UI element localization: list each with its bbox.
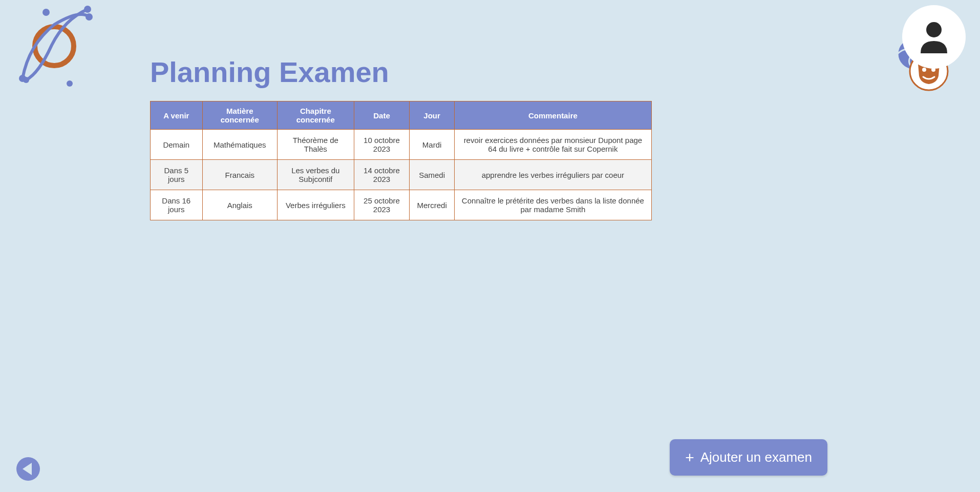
orbit-logo-icon xyxy=(13,4,95,89)
add-exam-button[interactable]: + Ajouter un examen xyxy=(670,439,827,476)
avatar[interactable] xyxy=(902,5,966,69)
cell-comment: revoir exercices données par monsieur Du… xyxy=(454,130,651,160)
back-button[interactable] xyxy=(15,456,41,482)
svg-point-0 xyxy=(35,27,74,66)
cell-chapter: Verbes irréguliers xyxy=(278,190,354,220)
header-date: Date xyxy=(354,101,410,130)
cell-day: Samedi xyxy=(410,160,454,190)
svg-point-10 xyxy=(922,68,926,72)
header-upcoming: A venir xyxy=(151,101,203,130)
svg-point-6 xyxy=(67,80,73,87)
cell-subject: Mathématiques xyxy=(202,130,277,160)
header-comment: Commentaire xyxy=(454,101,651,130)
cell-upcoming: Dans 5 jours xyxy=(151,160,203,190)
cell-subject: Anglais xyxy=(202,190,277,220)
page-title: Planning Examen xyxy=(150,55,389,89)
table-row: Demain Mathématiques Théorème de Thalès … xyxy=(151,130,652,160)
header-subject: Matière concernée xyxy=(202,101,277,130)
svg-point-7 xyxy=(926,22,942,37)
svg-point-3 xyxy=(84,6,91,13)
cell-date: 10 octobre 2023 xyxy=(354,130,410,160)
cell-chapter: Les verbes du Subjcontif xyxy=(278,160,354,190)
svg-point-2 xyxy=(86,13,93,20)
svg-point-4 xyxy=(23,77,29,83)
exam-table: A venir Matière concernée Chapitre conce… xyxy=(150,101,652,220)
cell-date: 14 octobre 2023 xyxy=(354,160,410,190)
cell-day: Mardi xyxy=(410,130,454,160)
profile-section xyxy=(902,5,966,69)
cell-upcoming: Dans 16 jours xyxy=(151,190,203,220)
header-chapter: Chapitre concernée xyxy=(278,101,354,130)
table-row: Dans 5 jours Francais Les verbes du Subj… xyxy=(151,160,652,190)
cell-upcoming: Demain xyxy=(151,130,203,160)
cell-date: 25 octobre 2023 xyxy=(354,190,410,220)
cell-day: Mercredi xyxy=(410,190,454,220)
table-row: Dans 16 jours Anglais Verbes irréguliers… xyxy=(151,190,652,220)
cell-comment: apprendre les verbes irréguliers par coe… xyxy=(454,160,651,190)
header-day: Jour xyxy=(410,101,454,130)
table-header-row: A venir Matière concernée Chapitre conce… xyxy=(151,101,652,130)
svg-point-5 xyxy=(42,9,50,16)
add-exam-label: Ajouter un examen xyxy=(700,449,812,465)
cell-subject: Francais xyxy=(202,160,277,190)
cell-chapter: Théorème de Thalès xyxy=(278,130,354,160)
back-arrow-icon xyxy=(15,456,41,482)
user-icon xyxy=(915,18,952,55)
plus-icon: + xyxy=(685,450,694,465)
cell-comment: Connaître le prétérite des verbes dans l… xyxy=(454,190,651,220)
app-logo[interactable] xyxy=(13,4,95,89)
